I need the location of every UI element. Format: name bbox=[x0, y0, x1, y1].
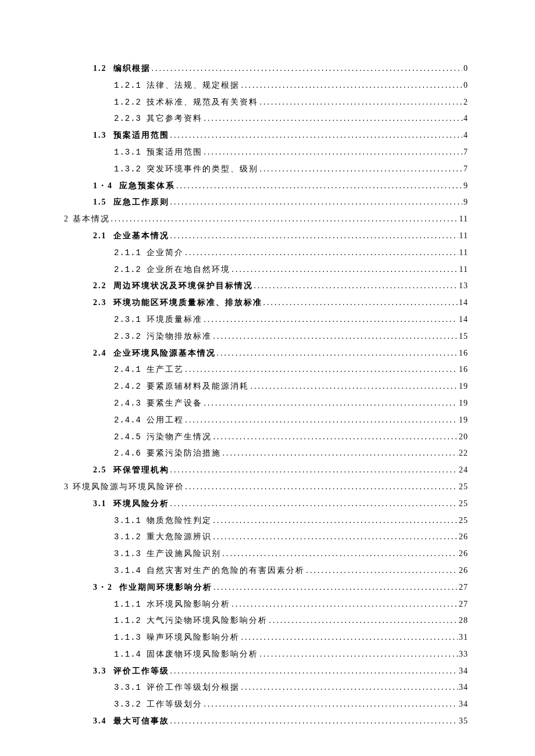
toc-entry[interactable]: 2.4.5 污染物产生情况...........................… bbox=[114, 432, 468, 442]
toc-entry[interactable]: 3.1.4 自然灾害对生产的危险的有害因素分析.................… bbox=[114, 566, 468, 576]
toc-entry-number: 3.1.4 bbox=[114, 566, 147, 576]
toc-entry[interactable]: 1.3 预案适用范围..............................… bbox=[93, 131, 468, 141]
toc-entry-page: 31 bbox=[459, 633, 468, 643]
toc-leader-dots: ........................................… bbox=[186, 482, 458, 492]
toc-entry[interactable]: 1・4 应急预案体系..............................… bbox=[93, 181, 468, 191]
toc-entry[interactable]: 1.2 编织根据................................… bbox=[93, 64, 468, 74]
toc-entry[interactable]: 2 基本情况..................................… bbox=[64, 214, 468, 224]
toc-entry-page: 20 bbox=[459, 432, 468, 442]
toc-entry[interactable]: 3 环境风险源与环境风险评价..........................… bbox=[64, 482, 468, 492]
toc-leader-dots: ........................................… bbox=[170, 667, 458, 676]
toc-entry-title: 要紧生产设备 bbox=[147, 399, 202, 409]
toc-leader-dots: ........................................… bbox=[185, 415, 458, 425]
toc-entry-title: 要紧污染防治措施 bbox=[147, 449, 221, 458]
toc-entry[interactable]: 1.2.1 法律、法规、规定根据........................… bbox=[114, 81, 468, 91]
toc-entry[interactable]: 2.3 环境功能区环境质量标准、排放标准....................… bbox=[93, 298, 468, 308]
toc-entry-title: 评价工作等级 bbox=[113, 667, 169, 676]
toc-leader-dots: ........................................… bbox=[170, 231, 458, 241]
toc-entry[interactable]: 1.3.1 预案适用范围............................… bbox=[114, 148, 468, 157]
toc-entry[interactable]: 1.1.4 固体废物环境风险影响分析......................… bbox=[114, 650, 468, 660]
toc-entry[interactable]: 3.1.3 生产设施风险识别..........................… bbox=[114, 549, 468, 559]
toc-entry-number: 2.3 bbox=[93, 298, 113, 308]
toc-entry-title: 预案适用范围 bbox=[113, 131, 169, 141]
toc-entry-number: 2.2.3 bbox=[114, 114, 147, 124]
toc-entry-page: 26 bbox=[459, 532, 468, 542]
toc-entry-title: 编织根据 bbox=[113, 64, 151, 74]
toc-entry[interactable]: 2.4.2 要紧原辅材料及能源消耗.......................… bbox=[114, 382, 468, 392]
toc-entry-title: 工作等级划分 bbox=[147, 700, 202, 710]
toc-entry-page: 11 bbox=[459, 214, 468, 224]
toc-entry[interactable]: 2.4 企业环境风险源基本情况.........................… bbox=[93, 349, 468, 359]
toc-leader-dots: ........................................… bbox=[111, 214, 458, 224]
toc-entry-page: 33 bbox=[459, 650, 468, 660]
toc-entry[interactable]: 3.1.2 重大危险源辨识...........................… bbox=[114, 532, 468, 542]
toc-entry[interactable]: 3.4 最大可信事故..............................… bbox=[93, 716, 468, 726]
toc-entry[interactable]: 2.1.2 企业所在地自然环境.........................… bbox=[114, 265, 468, 275]
toc-entry-page: 11 bbox=[459, 248, 468, 258]
toc-leader-dots: ........................................… bbox=[170, 465, 458, 475]
toc-entry[interactable]: 3.3.1 评价工作等级划分根据........................… bbox=[114, 683, 468, 693]
toc-leader-dots: ........................................… bbox=[259, 164, 462, 174]
toc-entry[interactable]: 1.1.2 大气污染物环境风险影响分析.....................… bbox=[114, 616, 468, 626]
toc-entry[interactable]: 2.1 企业基本情况..............................… bbox=[93, 231, 468, 241]
toc-entry[interactable]: 2.4.1 生产工艺..............................… bbox=[114, 365, 468, 375]
toc-entry-number: 2.4.2 bbox=[114, 382, 147, 392]
toc-entry-number: 1.3.1 bbox=[114, 148, 147, 157]
toc-entry-number: 1.2.1 bbox=[114, 81, 147, 91]
toc-entry-number: 1.1.4 bbox=[114, 650, 147, 660]
toc-entry-number: 2.4.5 bbox=[114, 432, 147, 442]
toc-entry[interactable]: 2.4.6 要紧污染防治措施..........................… bbox=[114, 449, 468, 458]
toc-entry-number: 2.4.1 bbox=[114, 365, 147, 375]
toc-entry[interactable]: 2.3.1 环境质量标准............................… bbox=[114, 315, 468, 325]
toc-entry-title: 环境风险分析 bbox=[113, 499, 169, 509]
toc-entry-number: 3.1.2 bbox=[114, 532, 147, 542]
toc-entry-title: 公用工程 bbox=[147, 415, 184, 425]
toc-entry-page: 22 bbox=[459, 449, 468, 458]
toc-leader-dots: ........................................… bbox=[170, 716, 458, 726]
toc-entry-title: 基本情况 bbox=[73, 214, 110, 224]
toc-entry-page: 19 bbox=[459, 399, 468, 409]
toc-entry-title: 污染物产生情况 bbox=[147, 432, 212, 442]
toc-entry[interactable]: 2.4.4 公用工程..............................… bbox=[114, 415, 468, 425]
toc-entry[interactable]: 2.2 周边环境状况及环境保护目标情况.....................… bbox=[93, 281, 468, 291]
toc-entry-title: 企业简介 bbox=[147, 248, 184, 258]
toc-leader-dots: ........................................… bbox=[222, 549, 458, 559]
toc-entry[interactable]: 1.2.2 技术标准、规范及有关资料......................… bbox=[114, 98, 468, 108]
toc-entry[interactable]: 3・2 作业期间环境影响分析..........................… bbox=[93, 583, 468, 593]
toc-leader-dots: ........................................… bbox=[213, 332, 458, 342]
toc-entry-title: 周边环境状况及环境保护目标情况 bbox=[113, 281, 253, 291]
toc-entry-number: 3.1.3 bbox=[114, 549, 147, 559]
toc-leader-dots: ........................................… bbox=[204, 114, 462, 124]
toc-leader-dots: ........................................… bbox=[213, 583, 458, 593]
toc-entry-number: 1.3.2 bbox=[114, 164, 147, 174]
toc-entry[interactable]: 1.5 应急工作原则..............................… bbox=[93, 198, 468, 207]
toc-entry-number: 2.4 bbox=[93, 349, 113, 359]
toc-leader-dots: ........................................… bbox=[170, 131, 463, 141]
toc-entry[interactable]: 2.2.3 其它参考资料............................… bbox=[114, 114, 468, 124]
toc-entry-number: 2.4.6 bbox=[114, 449, 147, 458]
toc-entry[interactable]: 2.3.2 污染物排放标准...........................… bbox=[114, 332, 468, 342]
toc-entry[interactable]: 3.3.2 工作等级划分............................… bbox=[114, 700, 468, 710]
toc-entry[interactable]: 1.1.3 噪声环境风险影响分析........................… bbox=[114, 633, 468, 643]
toc-entry[interactable]: 2.1.1 企业简介..............................… bbox=[114, 248, 468, 258]
toc-entry-title: 其它参考资料 bbox=[147, 114, 202, 124]
toc-entry-title: 企业环境风险源基本情况 bbox=[113, 349, 216, 359]
toc-entry[interactable]: 2.5 环保管理机构..............................… bbox=[93, 465, 468, 475]
toc-entry[interactable]: 1.1.1 水环境风险影响分析.........................… bbox=[114, 600, 468, 610]
toc-entry-page: 2 bbox=[463, 98, 468, 108]
toc-entry[interactable]: 3.1.1 物质危险性判定...........................… bbox=[114, 516, 468, 526]
toc-entry-number: 1.1.1 bbox=[114, 600, 147, 610]
toc-entry[interactable]: 3.3 评价工作等级..............................… bbox=[93, 667, 468, 676]
toc-entry-number: 3.3 bbox=[93, 667, 113, 676]
toc-entry-title: 物质危险性判定 bbox=[147, 516, 212, 526]
toc-entry-number: 1.5 bbox=[93, 198, 113, 207]
toc-entry-page: 7 bbox=[463, 164, 468, 174]
toc-entry-page: 24 bbox=[459, 465, 468, 475]
toc-entry-page: 11 bbox=[459, 231, 468, 241]
toc-entry[interactable]: 3.1 环境风险分析..............................… bbox=[93, 499, 468, 509]
toc-entry-number: 1・4 bbox=[93, 181, 119, 191]
toc-entry-page: 0 bbox=[463, 64, 468, 74]
toc-entry[interactable]: 1.3.2 突发环境事件的类型、级别......................… bbox=[114, 164, 468, 174]
toc-leader-dots: ........................................… bbox=[185, 248, 458, 258]
toc-entry[interactable]: 2.4.3 要紧生产设备............................… bbox=[114, 399, 468, 409]
